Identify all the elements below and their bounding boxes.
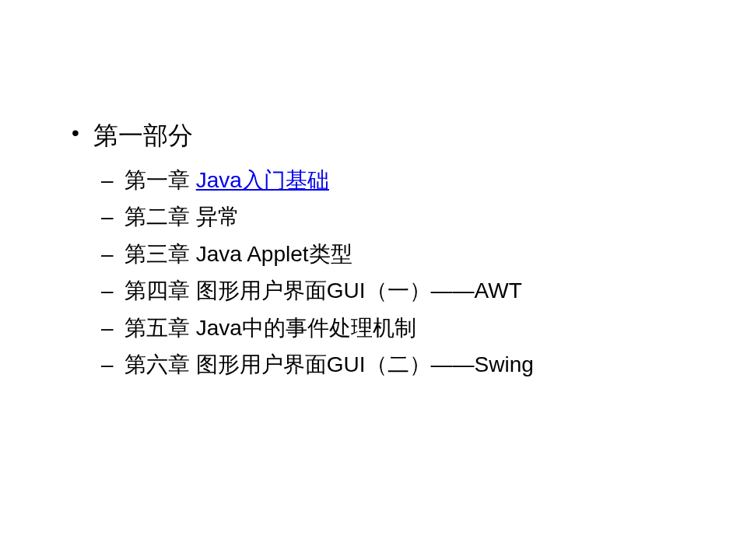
- part-item: 第一部分 第一章 Java入门基础 第二章 异常 第三章 Java Applet…: [62, 117, 685, 381]
- chapter-prefix: 第三章: [124, 242, 196, 266]
- chapter-item: 第五章 Java中的事件处理机制: [93, 311, 685, 345]
- chapter-item: 第三章 Java Applet类型: [93, 237, 685, 271]
- outline-list: 第一部分 第一章 Java入门基础 第二章 异常 第三章 Java Applet…: [62, 117, 685, 381]
- chapter-title: Java中的事件处理机制: [196, 316, 416, 340]
- chapter-prefix: 第二章: [124, 205, 196, 229]
- chapter-title: 异常: [196, 205, 240, 229]
- part-title: 第一部分: [93, 121, 193, 149]
- chapter-prefix: 第四章: [124, 278, 196, 303]
- chapter-item: 第二章 异常: [93, 200, 685, 233]
- chapter-item: 第四章 图形用户界面GUI（一）——AWT: [93, 274, 685, 307]
- chapter-link-java-basics[interactable]: Java入门基础: [196, 168, 329, 192]
- chapter-title: 图形用户界面GUI（二）——Swing: [196, 352, 534, 376]
- chapter-prefix: 第六章: [124, 352, 196, 376]
- chapter-prefix: 第一章: [124, 168, 196, 192]
- chapter-prefix: 第五章: [124, 316, 196, 340]
- chapter-title: Java Applet类型: [196, 242, 352, 266]
- chapter-title: 图形用户界面GUI（一）——AWT: [196, 278, 522, 303]
- chapter-item: 第一章 Java入门基础: [93, 163, 685, 197]
- chapter-item: 第六章 图形用户界面GUI（二）——Swing: [93, 348, 685, 381]
- chapter-list: 第一章 Java入门基础 第二章 异常 第三章 Java Applet类型 第四…: [93, 163, 685, 381]
